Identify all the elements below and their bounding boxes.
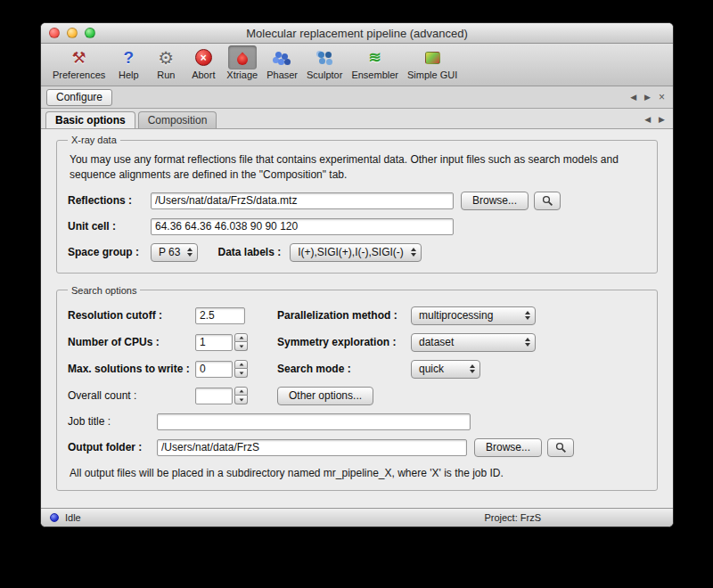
search-mode-value: quick: [419, 363, 444, 375]
toolbar-button-abort[interactable]: × Abort: [184, 45, 222, 81]
preferences-icon: ⚒: [65, 45, 94, 69]
help-icon: ?: [114, 45, 143, 69]
reflections-input[interactable]: [151, 192, 454, 209]
main-toolbar: ⚒ Preferences ? Help ⚙ Run × Abort Xtria…: [41, 44, 673, 86]
output-folder-view-button[interactable]: [547, 438, 574, 457]
max-solutions-label: Max. solutions to write :: [68, 363, 195, 375]
reflections-label: Reflections :: [68, 194, 151, 207]
status-indicator-icon: [50, 513, 59, 522]
toolbar-button-xtriage[interactable]: Xtriage: [222, 45, 262, 81]
overall-count-stepper[interactable]: [234, 387, 248, 404]
output-folder-row: Output folder : Browse...: [68, 438, 646, 457]
stepper-up-icon[interactable]: [234, 333, 248, 342]
simple-gui-icon: [418, 45, 447, 69]
stepper-up-icon[interactable]: [234, 387, 248, 396]
toolbar-button-phaser[interactable]: Phaser: [262, 45, 302, 81]
job-title-label: Job title :: [68, 415, 157, 428]
tab-scroll-right-icon[interactable]: ▶: [644, 93, 651, 102]
ensembler-icon: ≋: [361, 45, 389, 69]
toolbar-button-help[interactable]: ? Help: [110, 45, 147, 81]
reflections-row: Reflections : Browse...: [68, 192, 646, 210]
phaser-icon: [268, 45, 297, 69]
output-note: All output files will be placed in a sub…: [70, 467, 644, 479]
space-group-select[interactable]: P 63: [151, 243, 198, 262]
minimize-window-button[interactable]: [67, 28, 78, 38]
magnifier-icon: [542, 195, 553, 207]
titlebar[interactable]: Molecular replacement pipeline (advanced…: [41, 23, 673, 44]
tab-scroll-right-icon[interactable]: ▶: [659, 115, 665, 124]
space-group-value: P 63: [159, 246, 180, 258]
overall-count-label: Overall count :: [68, 389, 195, 402]
toolbar-label: Phaser: [266, 69, 298, 81]
stepper-down-icon[interactable]: [234, 396, 248, 404]
toolbar-label: Xtriage: [226, 69, 258, 81]
toolbar-label: Simple GUI: [407, 69, 457, 81]
number-of-cpus-input[interactable]: [195, 334, 233, 351]
number-of-cpus-label: Number of CPUs :: [68, 336, 195, 348]
status-bar: Idle Project: FrzS: [41, 508, 673, 527]
toolbar-button-ensembler[interactable]: ≋ Ensembler: [347, 45, 403, 81]
tab-configure[interactable]: Configure: [46, 89, 112, 106]
search-mode-select[interactable]: quick: [411, 360, 480, 379]
symmetry-exploration-select[interactable]: dataset: [411, 333, 536, 352]
basic-options-panel: X-ray data You may use any format reflec…: [41, 129, 673, 510]
run-icon: ⚙: [152, 45, 180, 69]
cpus-stepper[interactable]: [234, 333, 248, 351]
xray-data-group: X-ray data You may use any format reflec…: [56, 135, 658, 274]
job-title-row: Job title :: [68, 413, 646, 430]
tab-basic-options[interactable]: Basic options: [45, 111, 135, 128]
toolbar-button-simple-gui[interactable]: Simple GUI: [403, 45, 462, 81]
status-text: Idle: [65, 512, 81, 523]
max-solutions-stepper[interactable]: [234, 360, 248, 378]
outer-tab-bar: Configure ◀ ▶ ×: [41, 86, 673, 109]
popup-arrows-icon: [470, 364, 475, 373]
tab-composition[interactable]: Composition: [138, 111, 217, 128]
zoom-window-button[interactable]: [85, 28, 95, 38]
resolution-cutoff-label: Resolution cutoff :: [68, 309, 195, 322]
stepper-up-icon[interactable]: [234, 360, 248, 369]
reflections-view-button[interactable]: [534, 192, 561, 210]
data-labels-select[interactable]: I(+),SIGI(+),I(-),SIGI(-): [290, 243, 422, 262]
search-mode-label: Search mode :: [277, 363, 411, 375]
unit-cell-input[interactable]: [151, 218, 454, 235]
toolbar-label: Help: [119, 69, 139, 81]
resolution-cutoff-input[interactable]: [195, 307, 245, 324]
tab-scroll-left-icon[interactable]: ◀: [644, 115, 651, 124]
popup-arrows-icon: [525, 311, 530, 320]
magnifier-icon: [555, 442, 567, 453]
overall-count-input[interactable]: [195, 388, 233, 404]
abort-icon: ×: [189, 45, 217, 69]
parallelization-method-select[interactable]: multiprocessing: [411, 306, 536, 325]
output-folder-label: Output folder :: [68, 441, 157, 453]
toolbar-label: Ensembler: [351, 69, 398, 81]
close-window-button[interactable]: [49, 28, 60, 38]
data-labels-label: Data labels :: [217, 246, 281, 258]
search-options-legend: Search options: [68, 285, 140, 296]
sculptor-icon: [310, 45, 339, 69]
unit-cell-row: Unit cell :: [68, 218, 646, 235]
tab-close-icon[interactable]: ×: [659, 94, 665, 102]
tab-nav-controls: ◀ ▶ ×: [630, 93, 668, 102]
max-solutions-input[interactable]: [195, 361, 233, 378]
stepper-down-icon[interactable]: [234, 342, 248, 351]
project-label: Project: FrzS: [484, 512, 541, 523]
app-window: Molecular replacement pipeline (advanced…: [40, 22, 674, 527]
reflections-browse-button[interactable]: Browse...: [461, 192, 529, 210]
search-options-group: Search options Resolution cutoff : Paral…: [56, 285, 658, 491]
tab-scroll-left-icon[interactable]: ◀: [630, 93, 636, 102]
toolbar-button-run[interactable]: ⚙ Run: [147, 45, 184, 81]
xtriage-icon: [228, 45, 257, 69]
toolbar-label: Run: [157, 69, 175, 81]
popup-arrows-icon: [411, 248, 416, 257]
output-folder-input[interactable]: [157, 439, 467, 456]
parallelization-method-value: multiprocessing: [419, 309, 493, 322]
window-controls: [49, 28, 95, 38]
other-options-button[interactable]: Other options...: [277, 387, 373, 405]
unit-cell-label: Unit cell :: [68, 220, 151, 233]
job-title-input[interactable]: [157, 413, 471, 430]
output-folder-browse-button[interactable]: Browse...: [474, 438, 542, 457]
toolbar-button-sculptor[interactable]: Sculptor: [302, 45, 347, 81]
stepper-down-icon[interactable]: [234, 369, 248, 378]
space-group-row: Space group : P 63 Data labels : I(+),SI…: [68, 243, 646, 262]
toolbar-button-preferences[interactable]: ⚒ Preferences: [48, 45, 110, 81]
